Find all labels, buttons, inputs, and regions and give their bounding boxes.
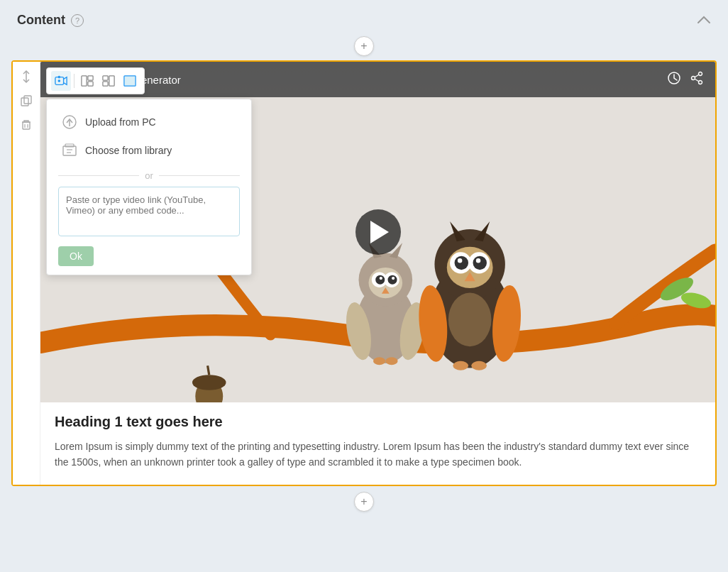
move-control-button[interactable] [17,67,35,86]
page-header: Content ? [0,0,728,36]
svg-point-72 [448,293,492,347]
play-button[interactable] [355,209,401,255]
svg-point-8 [58,76,61,79]
svg-point-7 [58,79,61,82]
content-body: Lorem Ipsum is simply dummy text of the … [55,439,701,471]
svg-rect-3 [23,122,30,129]
svg-point-23 [699,72,702,75]
svg-point-56 [373,357,385,365]
svg-point-24 [699,80,702,84]
toolbar-divider [74,74,75,88]
dropdown-panel: Upload from PC Choose from library [46,99,252,275]
svg-line-27 [695,79,699,82]
svg-rect-12 [103,76,108,80]
add-button-bottom-container: + [11,492,717,512]
svg-rect-1 [21,98,28,106]
svg-rect-18 [63,146,76,155]
svg-point-50 [388,275,397,285]
upload-from-pc-button[interactable]: Upload from PC [58,108,240,136]
text-section: Heading 1 text goes here Lorem Ipsum is … [40,402,715,485]
svg-point-70 [476,258,480,263]
content-block: Upload from PC Choose from library [11,60,717,486]
ok-button[interactable]: Ok [58,246,94,266]
content-heading: Heading 1 text goes here [55,414,701,430]
svg-point-52 [392,277,395,280]
svg-line-26 [695,75,699,77]
svg-point-68 [473,256,487,270]
upload-icon [61,114,78,131]
page-title: Content [17,13,65,28]
svg-line-34 [208,365,209,375]
svg-rect-15 [124,76,136,86]
help-icon[interactable]: ? [71,14,84,27]
svg-point-33 [192,375,226,390]
toolbar-layout-center-button[interactable] [99,71,118,91]
svg-rect-9 [82,76,87,86]
add-button-top-container: + [11,36,717,56]
block-content: Upload from PC Choose from library [40,62,715,485]
content-area: + [0,36,728,526]
svg-rect-2 [24,96,31,104]
or-divider: or [58,170,240,181]
toolbar-layout-left-button[interactable] [77,71,97,91]
svg-rect-11 [88,82,93,86]
svg-point-25 [692,76,695,79]
video-link-input[interactable] [58,187,240,236]
share-icon[interactable] [690,71,704,89]
upload-label: Upload from PC [85,116,156,128]
svg-point-51 [380,277,382,280]
block-toolbar [46,67,145,94]
svg-point-49 [375,275,385,285]
left-controls [13,62,40,485]
delete-control-button[interactable] [17,116,35,134]
add-block-bottom-button[interactable]: + [354,492,374,512]
library-icon [61,142,78,159]
or-text: or [145,170,153,181]
svg-rect-10 [88,76,93,80]
svg-point-73 [453,361,468,370]
or-line-right [159,175,240,176]
toolbar-layout-full-button[interactable] [120,71,140,91]
title-row: Content ? [17,13,84,28]
choose-library-button[interactable]: Choose from library [58,136,240,165]
play-triangle-icon [370,221,389,243]
svg-rect-14 [109,76,114,86]
duplicate-control-button[interactable] [17,92,35,110]
or-line-left [58,175,139,176]
svg-point-67 [455,256,468,270]
video-top-icons [667,71,704,89]
svg-point-57 [385,357,397,365]
svg-point-74 [471,361,487,370]
toolbar-video-button[interactable] [51,71,71,91]
clock-icon[interactable] [667,71,681,89]
svg-rect-13 [103,82,108,86]
collapse-icon[interactable] [697,13,711,28]
svg-point-69 [458,258,462,263]
add-block-top-button[interactable]: + [354,36,374,56]
library-label: Choose from library [85,145,172,156]
